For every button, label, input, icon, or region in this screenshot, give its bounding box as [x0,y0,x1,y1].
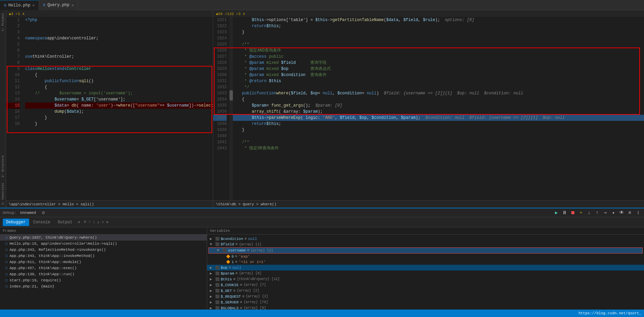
frame-item[interactable]: □ App.php:611, think\App::module() [0,259,207,265]
frame-item[interactable]: □ App.php:343, think\App::invokeMethod() [0,253,207,259]
icon-list[interactable]: ≡ [84,220,86,225]
expand-icon: ▶ [210,294,214,299]
close-hello-icon[interactable]: ✕ [32,3,35,7]
frame-icon-2: □ [5,248,7,252]
tab-debugger[interactable]: Debugger [3,219,29,226]
frame-icon-0: □ [5,236,7,240]
var-field[interactable]: ▼ ⬛ $field = {array} [1] [207,242,644,247]
frame-label-7: start.php:19, require() [10,278,61,282]
variables-list[interactable]: ▶ ⬛ $condition = null ▼ ⬛ $field = {arra… [207,235,644,310]
frame-item[interactable]: □ App.php:343, ReflectionMethod->invokeA… [0,247,207,253]
expand-icon: ▶ [210,283,214,287]
expand-icon: ▶ [210,265,214,270]
var-condition[interactable]: ▶ ⬛ $condition = null [207,236,644,242]
var-op[interactable]: ▶ ⬛ $op = null [207,265,644,271]
variables-title: Variables [207,227,644,235]
sidebar-favorites-label: 2: Favorites [1,180,5,208]
tab-console[interactable]: Console [30,219,54,226]
close-query-icon[interactable]: ✕ [71,3,74,7]
sidebar-project-label: 1: Project [1,10,5,34]
step-over-button[interactable]: ↷ [577,209,584,216]
var-1[interactable]: 🔶 1 = '=11 or 1=1' [207,259,644,265]
breadcrumb-right: \think\db > Query > where() [213,200,644,208]
var-type-icon: ⬛ [215,237,219,241]
frame-label-3: App.php:343, think\App::invokeMethod() [10,254,95,258]
var-cookie[interactable]: ▶ ⬛ $_COOKIE = {array} [7] [207,282,644,288]
frame-item[interactable]: □ App.php:139, think\App::run() [0,271,207,277]
var-server[interactable]: ▶ ⬛ $_SERVER = {array} [79] [207,299,644,305]
tab-query-label: Query.php [48,3,70,7]
tab-hello-php[interactable]: G Hello.php ✕ [0,0,39,10]
status-url: https://blog.csdn.net/qsort_ [578,311,641,315]
pause-button[interactable]: ⏸ [561,209,568,216]
code-area-left[interactable]: 1 2 3 4 5 6 7 8 9 10 11 12 13 14 15 16 1 [6,17,213,200]
frame-icon-5: □ [5,266,7,270]
debug-body: Frames □ Query.php:1037, think\db\Query-… [0,227,644,310]
resume-button[interactable]: ▶ [553,209,560,216]
frames-button[interactable]: ≡ [626,209,633,216]
watch-button[interactable]: 👁 [618,209,625,216]
icon-x2[interactable]: ✕ [106,220,109,225]
debug-action-buttons: ▶ ⏸ ⏹ ↷ ↓ ↑ ⇒ ✦ 👁 ≡ ⫶ [553,209,641,216]
sidebar-structure-label: 2: Structure [1,153,5,180]
tab-bar: G Hello.php ✕ G Query.php ✕ [0,0,644,10]
tab-query-php[interactable]: G Query.php ✕ [39,0,78,10]
right-scrollbar[interactable] [229,17,233,200]
tab-output[interactable]: Output [54,219,76,226]
icon-up2[interactable]: ⇑ [102,220,104,225]
var-this[interactable]: ▶ ⬛ $this = {think\db\Query} [12] [207,276,644,282]
frame-icon-3: □ [5,254,7,258]
code-area-right[interactable]: 1021 1022 1023 1024 1025 1026 1027 1028 … [213,17,644,200]
frame-item[interactable]: □ start.php:19, require() [0,277,207,283]
var-type-icon: ⬛ [215,300,219,304]
breadcrumb-left: \app\index\controller > Hello > sqli() [6,200,213,208]
frame-item[interactable]: □ App.php:457, think\App::exec() [0,265,207,271]
icon-up[interactable]: ↑ [88,220,91,225]
debug-session: Unnamed [20,211,36,215]
var-type-icon: ⬛ [215,272,219,276]
var-username[interactable]: ▼ ⬛ username = {array} [2] [208,247,643,254]
frame-label-5: App.php:457, think\App::exec() [10,266,77,270]
frame-label-0: Query.php:1037, think\db\Query->where() [10,236,97,240]
frame-label-8: index.php:21, {main} [10,284,54,288]
step-out-button[interactable]: ↑ [594,209,601,216]
var-param[interactable]: ▶ ⬛ $param = {array} [0] [207,271,644,276]
evaluate-button[interactable]: ✦ [610,209,617,216]
step-into-button[interactable]: ↓ [586,209,592,216]
expand-icon: ▶ [210,237,214,241]
debug-tabs: Debugger Console Output ✕ ≡ ↑ ↓ ⇓ ⇑ ✕ [0,217,644,227]
output-close[interactable]: ✕ [78,220,80,225]
var-type-icon: ⬛ [215,306,219,310]
frame-item[interactable]: □ Query.php:1037, think\db\Query->where(… [0,235,207,241]
frame-item[interactable]: □ Hello.php:15, app\index\controller\Hel… [0,241,207,247]
frames-panel: Frames □ Query.php:1037, think\db\Query-… [0,227,207,310]
icon-down[interactable]: ↓ [93,220,95,225]
frame-icon-7: □ [5,279,7,282]
var-type-icon: ⬛ [222,248,226,253]
var-type-icon: ⬛ [215,283,219,287]
frame-item[interactable]: □ index.php:21, {main} [0,283,207,290]
threads-button[interactable]: ⫶ [634,209,641,216]
var-request[interactable]: ▶ ⬛ $_REQUEST = {array} [2] [207,294,644,299]
right-warnings: ▲56 ✓132 ✓3 ∧ [216,12,245,16]
var-get[interactable]: ▶ ⬛ $_GET = {array} [2] [207,288,644,294]
editor-right-header: ▲56 ✓132 ✓3 ∧ [213,10,644,17]
debug-settings-button[interactable]: ⚙ [40,209,47,216]
left-sidebar: 1: Project 2: Structure 2: Favorites [0,10,6,208]
editor-left: ▲3 ✓1 ∧ 1 2 3 4 5 6 7 8 9 10 11 [6,10,213,208]
status-bar: https://blog.csdn.net/qsort_ [0,310,644,317]
frame-label-4: App.php:611, think\App::module() [10,260,81,264]
run-to-cursor-button[interactable]: ⇒ [602,209,609,216]
var-0[interactable]: 🔶 0 = 'exp' [207,254,644,259]
var-type-icon: 🔶 [226,255,230,259]
expand-icon: ▶ [210,306,214,310]
stop-button[interactable]: ⏹ [569,209,576,216]
frame-label-2: App.php:343, ReflectionMethod->invokeArg… [10,248,106,252]
icon-down2[interactable]: ⇓ [97,220,99,225]
var-globals[interactable]: ▶ ⬛ $GLOBALS = {array} [8] [207,305,644,310]
tab-hello-label: Hello.php [8,3,31,8]
var-type-icon: ⬛ [215,242,219,246]
frames-title: Frames [0,227,207,235]
frames-list[interactable]: □ Query.php:1037, think\db\Query->where(… [0,235,207,310]
debug-controls: ⚙ [40,209,47,216]
